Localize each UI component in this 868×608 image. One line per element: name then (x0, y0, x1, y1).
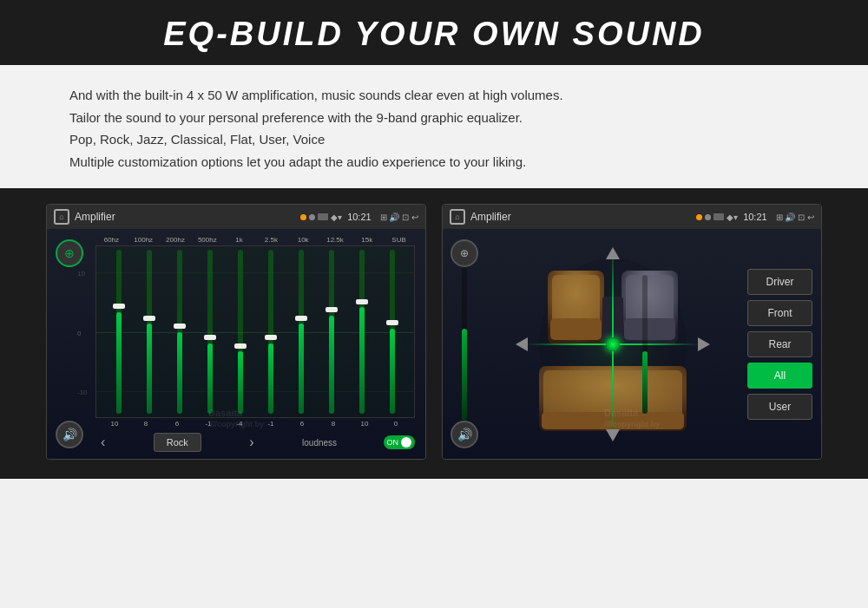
status-icons-right: ◆▾ (696, 212, 738, 222)
signal-icon: ◆▾ (331, 212, 342, 222)
eq-label-7: 12.5k (319, 236, 352, 244)
eq-extra-icons: ⊞ 🔊 ⊡ ↩ (380, 212, 418, 222)
desc-line3: Pop, Rock, Jazz, Classical, Flat, User, … (69, 128, 799, 151)
eq-tune-icon[interactable]: ⊕ (56, 239, 83, 267)
eq-slider-2[interactable] (177, 250, 182, 414)
speaker-right-col: Driver Front Rear All User (739, 229, 821, 459)
status-dot-gray (309, 214, 315, 220)
tri-left-icon (516, 337, 528, 351)
eq-bot-0: 10 (99, 420, 130, 428)
toggle-knob (401, 437, 411, 448)
eq-status-bar: ⌂ Amplifier ◆▾ 10:21 ⊞ 🔊 ⊡ ↩ (47, 205, 425, 229)
eq-label-2: 200hz (160, 236, 192, 244)
front-button[interactable]: Front (747, 300, 812, 326)
nav-arrow-left[interactable] (509, 331, 535, 357)
eq-slider-3[interactable] (207, 250, 213, 414)
nav-arrow-up[interactable] (600, 240, 626, 266)
eq-screen: ⌂ Amplifier ◆▾ 10:21 ⊞ 🔊 ⊡ ↩ ⊕ 🔊 (46, 204, 426, 460)
eq-label-3: 500hz (191, 236, 223, 244)
speaker-time: 10:21 (743, 212, 767, 222)
eq-label-8: 15k (351, 236, 383, 244)
eq-slider-6[interactable] (299, 250, 304, 414)
level-fill-right (642, 351, 648, 414)
eq-label-sub: SUB (383, 236, 415, 244)
driver-button[interactable]: Driver (747, 269, 812, 295)
page-title: EQ-BUILD YOUR OWN SOUND (0, 16, 868, 53)
speaker-left-col: ⊕ 🔊 (443, 229, 486, 459)
eq-speaker-icon[interactable]: 🔊 (56, 421, 83, 448)
screenshots-row: ⌂ Amplifier ◆▾ 10:21 ⊞ 🔊 ⊡ ↩ ⊕ 🔊 (0, 188, 868, 479)
tri-right-icon (698, 337, 710, 351)
eq-content: ⊕ 🔊 60hz 100hz 200hz 500hz 1k 2.5k 10k 1… (47, 229, 425, 459)
all-button[interactable]: All (747, 363, 812, 389)
speaker-dot-gray (705, 214, 711, 220)
eq-next-button[interactable]: › (244, 435, 259, 450)
status-icons-left: ◆▾ (300, 212, 342, 222)
speaker-app-name: Amplifier (470, 211, 691, 223)
speaker-rect (713, 213, 724, 220)
eq-label-0: 60hz (95, 236, 128, 244)
balance-center-dot (606, 337, 620, 351)
eq-sliders-container (96, 246, 414, 417)
home-icon[interactable]: ⌂ (54, 209, 69, 225)
tri-up-icon (606, 247, 620, 259)
speaker-home-icon[interactable]: ⌂ (450, 209, 465, 225)
loudness-label: loudness (302, 438, 337, 448)
eq-bot-9: 0 (380, 420, 411, 428)
eq-slider-8[interactable] (359, 250, 365, 414)
eq-bot-8: 10 (349, 420, 380, 428)
eq-preset-button[interactable]: Rock (154, 433, 201, 452)
eq-time: 10:21 (347, 212, 372, 222)
rear-button[interactable]: Rear (747, 331, 812, 357)
svg-rect-3 (550, 318, 602, 340)
level-bar-right (642, 275, 648, 414)
desc-line4: Multiple customization options let you a… (69, 151, 799, 173)
title-section: EQ-BUILD YOUR OWN SOUND (0, 0, 868, 65)
loudness-toggle[interactable]: ON (384, 435, 416, 449)
status-rect (318, 213, 328, 220)
eq-bot-3: -1 (193, 420, 224, 428)
eq-slider-7[interactable] (329, 250, 334, 414)
eq-grid: 10 0 -10 (95, 245, 415, 418)
speaker-extra-icons: ⊞ 🔊 ⊡ ↩ (776, 212, 814, 222)
status-dot-orange (300, 214, 306, 220)
page-wrapper: EQ-BUILD YOUR OWN SOUND And with the bui… (0, 0, 868, 608)
toggle-label: ON (387, 438, 399, 447)
eq-app-name: Amplifier (75, 211, 295, 223)
eq-bot-2: 6 (161, 420, 193, 428)
speaker-center (486, 229, 739, 459)
speaker-volume-icon[interactable]: 🔊 (450, 421, 478, 448)
level-fill-left (462, 329, 467, 422)
nav-arrow-down[interactable] (600, 422, 626, 448)
nav-arrow-right[interactable] (691, 331, 717, 357)
car-display (526, 245, 700, 444)
svg-rect-6 (624, 318, 675, 340)
speaker-status-bar: ⌂ Amplifier ◆▾ 10:21 ⊞ 🔊 ⊡ ↩ (443, 205, 821, 229)
eq-footer: ‹ Rock › loudness ON (92, 433, 418, 452)
eq-slider-9[interactable] (390, 250, 395, 414)
speaker-tune-icon[interactable]: ⊕ (450, 239, 478, 267)
speaker-screen: ⌂ Amplifier ◆▾ 10:21 ⊞ 🔊 ⊡ ↩ ⊕ (442, 204, 822, 460)
eq-slider-4[interactable] (238, 250, 243, 414)
eq-prev-button[interactable]: ‹ (95, 435, 110, 450)
eq-label-5: 2.5k (255, 236, 287, 244)
speaker-dot-orange (696, 214, 702, 220)
eq-main: 60hz 100hz 200hz 500hz 1k 2.5k 10k 12.5k… (92, 236, 418, 452)
desc-line1: And with the built-in 4 x 50 W amplifica… (69, 84, 799, 107)
eq-bottom-labels: 10 8 6 -1 -4 -1 6 8 10 0 (92, 418, 418, 428)
user-button[interactable]: User (747, 394, 812, 420)
eq-label-6: 10k (287, 236, 319, 244)
speaker-signal: ◆▾ (727, 212, 738, 222)
eq-bot-5: -1 (255, 420, 286, 428)
eq-bot-1: 8 (130, 420, 161, 428)
eq-slider-1[interactable] (147, 250, 152, 414)
description-section: And with the built-in 4 x 50 W amplifica… (0, 65, 868, 188)
eq-bot-6: 6 (286, 420, 318, 428)
eq-bot-4: -4 (224, 420, 255, 428)
level-bar-left (462, 267, 467, 422)
desc-line2: Tailor the sound to your personal prefer… (69, 107, 799, 129)
eq-slider-0[interactable] (116, 250, 122, 414)
eq-slider-5[interactable] (268, 250, 273, 414)
eq-label-1: 100hz (128, 236, 160, 244)
eq-label-4: 1k (223, 236, 255, 244)
